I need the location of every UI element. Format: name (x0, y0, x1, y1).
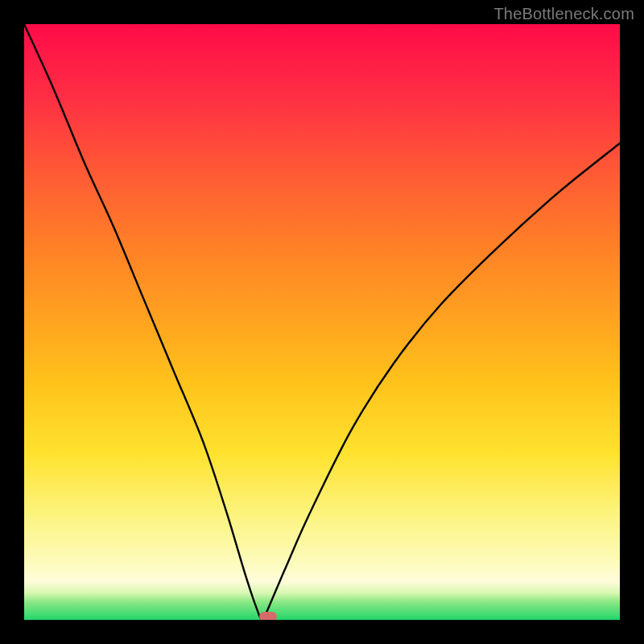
optimal-point-marker (259, 612, 277, 620)
chart-frame: TheBottleneck.com (0, 0, 644, 644)
plot-area (24, 24, 620, 620)
bottleneck-curve (24, 24, 620, 620)
watermark-text: TheBottleneck.com (493, 5, 634, 23)
curve-path (24, 24, 620, 620)
